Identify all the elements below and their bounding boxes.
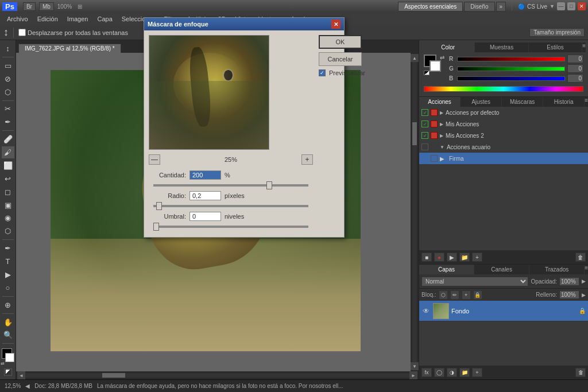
layer-vis-fondo[interactable]: 👁	[421, 307, 431, 315]
fill-input[interactable]	[559, 290, 579, 299]
ok-btn[interactable]: OK	[319, 35, 362, 49]
workspace-tab-esenciales[interactable]: Aspectos esenciales	[398, 2, 463, 11]
h-scroll-right[interactable]: ►	[409, 371, 417, 379]
menu-capa[interactable]: Capa	[92, 14, 117, 24]
tab-mascaras[interactable]: Máscaras	[502, 97, 543, 107]
h-scroll-left[interactable]: ◄	[17, 371, 25, 379]
umbral-input[interactable]	[189, 212, 221, 221]
tool-crop[interactable]: ✂	[2, 103, 14, 115]
v-scroll-up[interactable]: ▲	[411, 54, 419, 62]
menu-archivo[interactable]: Archivo	[2, 14, 33, 24]
zoom-minus-btn[interactable]: —	[149, 154, 160, 165]
lock-pixels-btn[interactable]: ⬡	[439, 290, 448, 300]
action-stop-btn[interactable]: ■	[421, 253, 432, 262]
dialog-close-btn[interactable]: ✕	[331, 20, 341, 29]
action-record-btn[interactable]: ●	[434, 253, 444, 262]
tab-muestras[interactable]: Muestras	[475, 42, 528, 52]
tool-clone[interactable]: ⬜	[2, 160, 14, 172]
color-r-slider[interactable]	[457, 57, 565, 61]
menu-edicion[interactable]: Edición	[33, 14, 63, 24]
h-scroll[interactable]: ◄ ►	[16, 371, 419, 379]
lock-move-btn[interactable]: +	[462, 290, 471, 300]
win-max-btn[interactable]: □	[567, 2, 575, 10]
tool-blur[interactable]: ◉	[2, 212, 14, 224]
background-color[interactable]	[5, 353, 14, 362]
tool-heal[interactable]: 🩹	[2, 133, 14, 145]
tool-magic-wand[interactable]: ⬡	[2, 86, 14, 98]
h-scroll-track[interactable]	[25, 373, 409, 378]
background-swatch[interactable]	[430, 60, 441, 72]
mascara-enfoque-dialog[interactable]: Máscara de enfoque ✕	[144, 17, 345, 238]
tab-historia[interactable]: Historia	[543, 97, 585, 107]
fill-arrow[interactable]: ▶	[582, 292, 586, 298]
action-row-acuario[interactable]: ▼ Acciones acuario	[419, 141, 588, 153]
v-scroll-thumb[interactable]	[412, 122, 417, 145]
layer-row-fondo[interactable]: 👁 Fondo 🔒	[419, 301, 588, 321]
opacity-arrow[interactable]: ▶	[582, 278, 586, 284]
action-check-mis2[interactable]: ✓	[421, 132, 428, 139]
arrange-btn[interactable]: ⊞	[78, 3, 82, 10]
action-new-action-btn[interactable]: +	[472, 253, 482, 262]
tab-ajustes[interactable]: Ajustes	[461, 97, 502, 107]
tool-hand[interactable]: ✋	[2, 316, 14, 328]
cs-live-arrow[interactable]: ▼	[550, 3, 555, 9]
action-row-defecto[interactable]: ✓ ▶ Acciones por defecto	[419, 107, 588, 118]
tool-brush[interactable]: 🖌	[2, 146, 14, 158]
dialog-preview-image[interactable]	[149, 35, 269, 150]
tool-marquee[interactable]: ▭	[2, 60, 14, 72]
color-g-slider[interactable]	[457, 67, 565, 71]
color-picker[interactable]: ⇄	[1, 348, 16, 366]
v-scroll[interactable]: ▲ ▼	[411, 53, 419, 371]
cantidad-input[interactable]	[189, 170, 221, 180]
layer-adj-btn[interactable]: ◑	[447, 368, 457, 377]
desplazarse-checkbox[interactable]	[18, 29, 26, 36]
umbral-slider-thumb[interactable]	[153, 223, 159, 231]
tool-dodge[interactable]: ⬡	[2, 225, 14, 237]
action-play-btn[interactable]: ▶	[447, 253, 457, 262]
tool-eyedropper[interactable]: ✒	[2, 116, 14, 128]
cancelar-btn[interactable]: Cancelar	[319, 52, 362, 66]
color-g-input[interactable]	[567, 64, 583, 73]
tamano-impresion-btn[interactable]: Tamaño impresión	[529, 28, 585, 37]
tab-estilos[interactable]: Estilos	[529, 42, 582, 52]
tool-3d[interactable]: ⊕	[2, 299, 14, 311]
color-b-slider[interactable]	[457, 76, 565, 81]
layer-mask-btn[interactable]: ◯	[434, 368, 444, 377]
blend-mode-select[interactable]: Normal	[421, 277, 528, 286]
color-r-input[interactable]	[567, 55, 583, 63]
menu-mb-btn[interactable]: Mb	[39, 2, 54, 11]
tool-text[interactable]: T	[2, 255, 14, 267]
swap-colors-btn[interactable]: ⇄	[440, 55, 444, 61]
tool-gradient[interactable]: ▣	[2, 199, 14, 211]
action-check-acuario[interactable]	[421, 143, 428, 150]
action-check-defecto[interactable]: ✓	[421, 109, 428, 116]
tool-shape[interactable]: ○	[2, 282, 14, 294]
action-check-firma[interactable]	[431, 155, 438, 162]
tab-color[interactable]: Color	[421, 42, 475, 52]
actions-panel-menu-icon[interactable]: ≡	[585, 97, 588, 107]
radio-slider-track[interactable]	[153, 205, 308, 207]
doc-tab-main[interactable]: IMG_7622.JPG al 12,5% (RGB/8) *	[18, 44, 121, 53]
tab-canales[interactable]: Canales	[474, 265, 529, 274]
h-scroll-thumb[interactable]	[102, 373, 125, 378]
win-close-btn[interactable]: ✕	[578, 2, 586, 10]
color-spectrum[interactable]	[424, 86, 583, 92]
umbral-slider-track[interactable]	[153, 226, 308, 228]
tool-lasso[interactable]: ⊘	[2, 73, 14, 85]
tool-pen[interactable]: ✒	[2, 242, 14, 254]
radio-slider-thumb[interactable]	[156, 202, 162, 210]
action-check-mis[interactable]: ✓	[421, 121, 428, 127]
workspace-tab-diseno[interactable]: Diseño	[464, 2, 494, 11]
layer-group-btn[interactable]: 📁	[459, 368, 470, 377]
action-row-firma[interactable]: ▶ Firma	[419, 153, 588, 164]
quick-mask-btn[interactable]	[4, 368, 12, 376]
menu-imagen[interactable]: Imagen	[63, 14, 93, 24]
cantidad-slider-thumb[interactable]	[266, 181, 272, 189]
action-new-set-btn[interactable]: 📁	[459, 253, 470, 262]
color-b-input[interactable]	[567, 74, 583, 83]
default-colors-icon[interactable]	[424, 71, 430, 75]
tool-eraser[interactable]: ◻	[2, 186, 14, 198]
cs-live-text[interactable]: CS Live	[527, 3, 547, 10]
tab-capas[interactable]: Capas	[419, 265, 474, 274]
action-row-mis2[interactable]: ✓ ▶ Mis Acciones 2	[419, 130, 588, 141]
